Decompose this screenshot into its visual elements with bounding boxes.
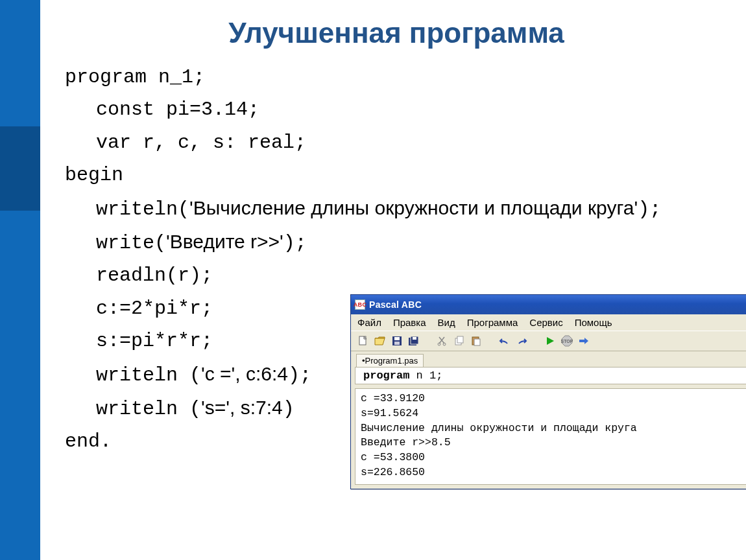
svg-rect-19 [579,340,584,342]
titlebar[interactable]: ABC Pascal ABC [351,295,746,314]
code-editor[interactable]: program n 1; [355,367,746,384]
code-string: 's=', s:7:4 [201,397,283,418]
code-text: r, c, s: real; [131,132,306,154]
output-line: s=91.5624 [361,406,746,421]
svg-text:STOP: STOP [561,339,573,344]
menu-bar: Файл Правка Вид Программа Сервис Помощь [351,314,746,331]
menu-view[interactable]: Вид [438,317,455,328]
output-line: Вычисление длины окружности и площади кр… [361,421,746,436]
svg-rect-5 [394,337,400,340]
code-kw-const: const [96,99,154,121]
menu-program[interactable]: Программа [467,317,518,328]
step-icon[interactable] [577,334,591,348]
editor-kw: program [363,369,409,382]
code-text: ); [638,198,661,220]
slide-content: Улучшенная программа program n_1; const … [40,0,746,560]
code-text: readln(r); [65,259,213,292]
output-panel: c =33.9120 s=91.5624 Вычисление длины ок… [355,388,746,485]
code-text: ); [283,232,307,254]
stop-icon[interactable]: STOP [560,334,574,348]
pascal-window: ABC Pascal ABC Файл Правка Вид Программа… [350,294,746,489]
menu-help[interactable]: Помощь [575,317,612,328]
run-icon[interactable] [543,334,557,348]
menu-edit[interactable]: Правка [393,317,426,328]
code-text: c:=2*pi*r; [65,292,213,325]
code-text: s:=pi*r*r; [65,325,213,357]
code-kw-var: var [96,132,131,154]
code-text: writeln ( [96,364,201,386]
copy-icon[interactable] [452,334,466,348]
redo-icon[interactable] [514,334,529,348]
code-string: 'c =', c:6:4 [201,363,288,384]
window-title: Pascal ABC [369,299,422,310]
toolbar: STOP [351,331,746,351]
code-text: ) [283,398,295,420]
code-text: pi=3.14; [154,99,259,121]
save-all-icon[interactable] [407,334,421,348]
editor-tabs: •Program1.pas [351,351,746,367]
paste-icon[interactable] [469,334,483,348]
app-icon: ABC [355,299,365,310]
save-icon[interactable] [390,334,404,348]
menu-service[interactable]: Сервис [529,317,562,328]
code-string: 'Введите r>>' [166,231,283,252]
slide-title: Улучшенная программа [65,17,728,49]
svg-marker-20 [584,338,588,344]
code-kw-end: end. [65,430,112,452]
open-file-icon[interactable] [373,334,387,348]
cut-icon[interactable] [435,334,450,348]
new-file-icon[interactable] [356,334,370,348]
editor-text: n 1; [409,369,442,382]
code-kw-program: program [65,66,147,88]
code-text: writeln ( [96,398,201,420]
svg-rect-9 [413,337,416,340]
code-string: 'Вычисление длины окружности и площади к… [189,197,638,218]
menu-file[interactable]: Файл [357,317,381,328]
output-line: Введите r>>8.5 [361,436,746,450]
output-line: c =53.3800 [361,450,746,465]
code-text: write( [96,232,166,254]
svg-rect-13 [457,336,463,343]
code-text: n_1; [147,66,205,88]
code-text: writeln( [96,198,189,220]
output-line: s=226.8650 [361,465,746,480]
output-line: c =33.9120 [361,391,746,406]
svg-marker-3 [375,338,385,345]
code-kw-begin: begin [65,164,123,186]
svg-rect-15 [474,339,480,345]
side-accent [0,0,40,560]
code-text: ); [288,364,311,386]
editor-tab[interactable]: •Program1.pas [356,354,424,367]
svg-marker-16 [547,337,554,345]
svg-rect-6 [394,342,400,345]
undo-icon[interactable] [498,334,512,348]
